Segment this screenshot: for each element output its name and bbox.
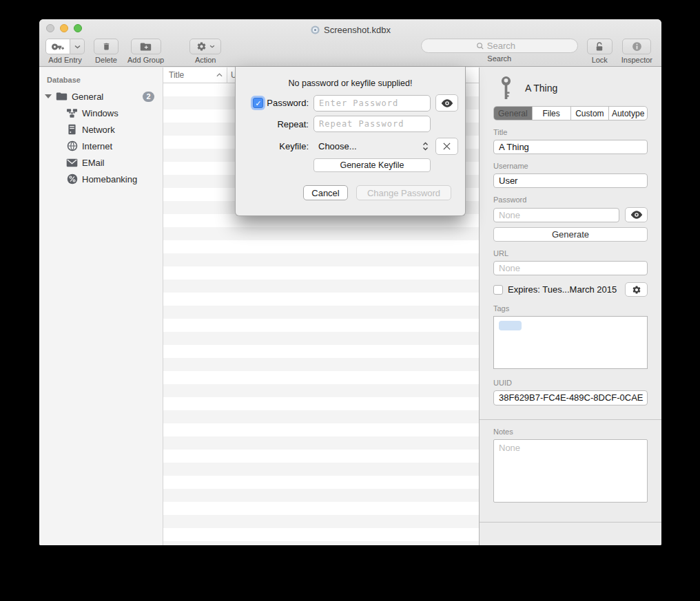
toolbar-right-group: Search Lock (421, 39, 652, 64)
delete-button[interactable] (94, 39, 119, 54)
url-field[interactable] (493, 261, 648, 275)
titlebar[interactable]: Screenshot.kdbx (39, 19, 661, 37)
chevron-down-icon (74, 45, 81, 49)
notes-textarea[interactable]: None (493, 439, 648, 503)
add-group-label: Add Group (127, 56, 164, 64)
sidebar-item-general[interactable]: General 2 (39, 88, 163, 105)
change-password-sheet: No password or keyfile supplied! ✓ Passw… (235, 67, 466, 216)
tab-autotype[interactable]: Autotype (608, 107, 647, 120)
folder-icon (56, 91, 68, 103)
tab-custom[interactable]: Custom (570, 107, 609, 120)
macpass-window: Screenshot.kdbx (39, 19, 661, 545)
action-button[interactable] (189, 39, 221, 54)
eye-icon (441, 99, 453, 107)
keyfile-row: Keyfile: Choose... (236, 138, 465, 155)
sidebar-item-windows[interactable]: Windows (39, 105, 163, 121)
keyfile-popup-button[interactable]: Choose... (313, 141, 431, 151)
expires-checkbox[interactable] (493, 285, 503, 295)
add-group-button[interactable] (131, 39, 161, 54)
chevron-down-icon (209, 45, 215, 48)
document-icon (310, 25, 320, 35)
sidebar-item-homebanking[interactable]: Homebanking (39, 171, 163, 187)
key-icon (499, 76, 513, 99)
tab-files[interactable]: Files (532, 107, 570, 120)
sheet-actions: Cancel Change Password (236, 185, 451, 200)
percent-circle-icon (66, 173, 78, 185)
generate-keyfile-row: Generate Keyfile (236, 158, 465, 172)
inspector-header: A Thing (493, 75, 648, 101)
url-label: URL (493, 249, 648, 257)
uuid-field[interactable]: 38F629B7-FC4E-489C-8DCF-0CAE (493, 390, 648, 405)
lock-label: Lock (592, 56, 608, 64)
title-field[interactable] (493, 140, 648, 154)
sidebar-item-label: General (72, 92, 103, 102)
title-label: Title (493, 128, 648, 136)
search-field[interactable] (421, 39, 578, 53)
username-label: Username (493, 162, 648, 170)
add-entry-item: Add Entry (45, 39, 85, 66)
add-entry-button[interactable] (45, 39, 70, 54)
expires-row: Expires: Tues...March 2015 (493, 282, 648, 297)
close-button[interactable] (46, 24, 54, 32)
notes-placeholder: None (499, 443, 520, 453)
sidebar-item-email[interactable]: EMail (39, 154, 163, 171)
action-item: Action (189, 39, 221, 66)
gear-icon (196, 41, 207, 52)
add-entry-dropdown-button[interactable] (70, 39, 85, 54)
entry-title: A Thing (525, 83, 557, 94)
sidebar-item-label: Network (82, 125, 115, 135)
username-field[interactable] (493, 173, 648, 188)
traffic-lights (46, 24, 82, 32)
repeat-row: Repeat: (236, 116, 465, 132)
toolbar: Add Entry Delete Add Group (39, 37, 661, 66)
popup-stepper-icon (422, 142, 429, 151)
tag-token[interactable] (499, 321, 522, 330)
expires-settings-button[interactable] (625, 282, 648, 297)
trash-icon (102, 41, 111, 52)
disclosure-triangle-icon[interactable] (45, 94, 52, 98)
search-icon (476, 42, 484, 50)
zoom-button[interactable] (74, 24, 82, 32)
notes-label: Notes (493, 428, 648, 436)
search-item: Search (421, 39, 578, 64)
change-password-button[interactable]: Change Password (356, 185, 451, 200)
generate-password-button[interactable]: Generate (493, 227, 648, 242)
search-input[interactable] (487, 41, 523, 51)
inspector-tabs: General Files Custom Autotype (493, 106, 648, 120)
password-row: ✓ Password: (236, 94, 465, 112)
generate-keyfile-button[interactable]: Generate Keyfile (313, 158, 431, 172)
password-checkbox[interactable]: ✓ (253, 98, 263, 108)
add-group-item: Add Group (127, 39, 164, 66)
entry-count-badge: 2 (143, 92, 154, 102)
tags-label: Tags (493, 304, 648, 313)
password-field[interactable] (493, 208, 619, 222)
globe-icon (66, 140, 78, 152)
repeat-password-input[interactable] (313, 116, 431, 132)
clear-keyfile-button[interactable] (435, 138, 458, 155)
sidebar-item-network[interactable]: Network (39, 121, 163, 138)
tab-general[interactable]: General (494, 107, 532, 120)
reveal-password-button[interactable] (435, 94, 458, 112)
cancel-button[interactable]: Cancel (303, 185, 348, 200)
gear-icon (632, 285, 641, 295)
reveal-password-button[interactable] (625, 207, 648, 222)
unlocked-padlock-icon (595, 41, 604, 52)
enter-password-input[interactable] (313, 95, 431, 112)
section-divider (480, 419, 661, 420)
windows-group-icon (66, 107, 78, 119)
password-label: Password: (267, 98, 309, 108)
sidebar-item-label: Internet (82, 141, 112, 151)
inspector-label: Inspector (621, 56, 652, 64)
delete-item: Delete (94, 39, 119, 66)
inspector-button[interactable] (622, 39, 651, 54)
sidebar-item-label: Windows (82, 108, 119, 118)
minimize-button[interactable] (60, 24, 68, 32)
window-title-group: Screenshot.kdbx (310, 25, 391, 35)
sidebar-item-internet[interactable]: Internet (39, 138, 163, 154)
sidebar-item-label: Homebanking (82, 174, 137, 184)
folder-plus-icon (140, 42, 152, 52)
add-entry-label: Add Entry (48, 56, 81, 64)
tags-field[interactable] (493, 316, 648, 369)
column-header-title[interactable]: Title (163, 67, 227, 83)
lock-button[interactable] (587, 39, 612, 54)
